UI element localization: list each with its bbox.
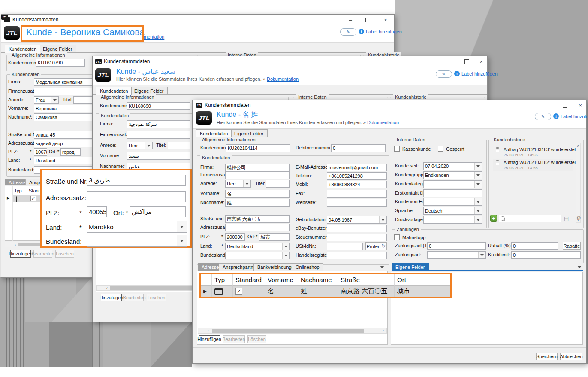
titlebar[interactable]: JTL Kundenstammdaten – ×	[93, 56, 487, 67]
erstkontakt-input[interactable]	[423, 189, 482, 197]
dropdown-arrow-icon[interactable]	[478, 252, 485, 258]
firma-input[interactable]: Модельная компания	[34, 78, 100, 86]
close-button[interactable]: ×	[380, 16, 392, 24]
table-cell-strasse[interactable]: 南京路 六百〇五	[338, 286, 395, 297]
dropdown-arrow-icon[interactable]	[474, 163, 482, 170]
table-cell-vorname[interactable]: 名	[265, 286, 298, 297]
tab-kundendaten[interactable]: Kundendaten	[96, 87, 132, 95]
tab-eigene-felder[interactable]: Eigene Felder	[230, 129, 268, 137]
table-cell-ort[interactable]: 城市	[395, 286, 450, 297]
add-label-link[interactable]: Label hinzufügen	[366, 29, 402, 34]
table-cell-typ[interactable]	[212, 286, 233, 297]
settings-gears-icon[interactable]: ⚙	[576, 215, 581, 221]
strasse-input[interactable]: 南京路 六百〇五	[225, 215, 290, 223]
history-search-input[interactable]	[499, 215, 561, 222]
loeschen-button[interactable]: Löschen	[147, 294, 166, 301]
info-icon[interactable]: i	[553, 113, 559, 119]
nachname-input[interactable]: Самикова	[34, 113, 100, 121]
tab-onlineshop[interactable]: Onlineshop	[292, 263, 323, 271]
nachname-input[interactable]: 姓	[225, 199, 290, 207]
webseite-input[interactable]	[327, 199, 387, 207]
hinzufuegen-button[interactable]: Hinzufügen	[101, 294, 122, 301]
plz-input[interactable]: 200030	[225, 233, 245, 241]
titlebar[interactable]: JTL Kundenstammdaten – ×	[1, 15, 394, 25]
mahnstopp-checkbox[interactable]	[394, 234, 400, 240]
info-icon[interactable]: i	[359, 29, 364, 34]
debitorennummer-input[interactable]: 0	[331, 144, 386, 152]
land-input[interactable]: Russland	[34, 157, 100, 164]
gesperrt-checkbox[interactable]	[438, 146, 443, 152]
hinzufuegen-button[interactable]: Hinzufügen	[10, 250, 31, 258]
mobil-input[interactable]: +86960884324	[327, 181, 387, 188]
close-button[interactable]: ×	[574, 101, 586, 109]
kundennummer-input[interactable]: KU1610790	[36, 59, 85, 67]
firma-input[interactable]: 模特公司	[225, 164, 290, 171]
minimize-button[interactable]: –	[443, 58, 455, 65]
adresszusatz-input[interactable]	[225, 224, 290, 231]
table-cell-nachname[interactable]: 姓	[298, 286, 338, 297]
dropdown-arrow-icon[interactable]	[474, 181, 482, 188]
vertical-scrollbar[interactable]: ˄ ˅	[576, 143, 581, 223]
minimize-button[interactable]: –	[543, 101, 555, 109]
anrede-select[interactable]: Herr	[127, 142, 153, 149]
adresszusatz-input[interactable]: задний двор	[34, 140, 100, 147]
dropdown-arrow-icon[interactable]	[282, 252, 289, 259]
dropdown-arrow-icon[interactable]	[474, 172, 482, 179]
kundengruppe-select[interactable]: Endkunden	[423, 171, 482, 179]
anrede-select[interactable]: Frau	[34, 96, 59, 104]
firmenzusatz-input[interactable]	[225, 171, 290, 179]
bearbeiten-button[interactable]: Bearbeiten	[125, 294, 144, 301]
geburtsdatum-select[interactable]: 04.05.1967	[327, 216, 387, 224]
kunde-von-firma-select[interactable]	[423, 198, 482, 206]
maximize-button[interactable]	[461, 58, 473, 65]
tab-eigene-felder[interactable]: Eigene Felder	[130, 87, 168, 94]
dropdown-arrow-icon[interactable]	[51, 97, 58, 103]
speichern-button[interactable]: Speichern	[536, 353, 558, 360]
tab-overflow-arrow-icon[interactable]	[380, 266, 384, 271]
pruefen-button[interactable]: Prüfen ↻	[365, 242, 387, 250]
maximize-button[interactable]	[362, 16, 374, 24]
kundenkategorie-select[interactable]	[423, 180, 482, 188]
telefon-input[interactable]: +861085241298	[327, 172, 387, 180]
add-label-link[interactable]: Label hinzufügen	[461, 71, 498, 76]
horizontal-scrollbar[interactable]: ‹ ›	[198, 328, 387, 334]
email-input[interactable]: mustermail@gmail.com	[327, 164, 387, 171]
kunde-seit-select[interactable]: 07.04.2020	[423, 162, 482, 170]
hinzufuegen-button[interactable]: Hinzufügen	[199, 335, 220, 343]
document-list-icon[interactable]: ▤	[564, 216, 569, 222]
ebay-input[interactable]	[327, 225, 387, 232]
bearbeiten-button[interactable]: Bearbeiten	[33, 250, 52, 258]
dropdown-arrow-icon[interactable]	[379, 216, 386, 223]
dropdown-arrow-icon[interactable]	[474, 207, 482, 214]
vorname-input[interactable]: سعيد	[127, 152, 190, 160]
dropdown-arrow-icon[interactable]	[177, 221, 187, 232]
dropdown-arrow-icon[interactable]	[145, 142, 152, 149]
plz-input[interactable]: 106780	[34, 148, 47, 156]
firmenzusatz-input[interactable]	[127, 131, 190, 139]
maximize-button[interactable]	[559, 101, 571, 109]
tab-eigene-felder-panel[interactable]: Eigene Felder	[392, 263, 429, 271]
history-entry[interactable]: Auftrag 'AU202103183' wurde erstellt. 25…	[493, 146, 573, 158]
bundesland-select[interactable]	[225, 252, 290, 259]
dokumentation-link[interactable]: Dokumentation	[267, 76, 299, 82]
ort-input[interactable]: 城市	[259, 233, 290, 241]
dropdown-arrow-icon[interactable]	[474, 216, 482, 223]
dokumentation-link[interactable]: Dokumentation	[367, 120, 399, 125]
anrede-select[interactable]: Herr	[225, 180, 251, 188]
scroll-left-icon[interactable]: ‹	[205, 328, 211, 333]
tab-kundendaten[interactable]: Kundendaten	[5, 45, 40, 53]
sprache-select[interactable]: Deutsch	[423, 207, 482, 215]
adresszusatz-input[interactable]	[87, 191, 186, 202]
firmenzusatz-input[interactable]	[34, 88, 100, 95]
scroll-left-icon[interactable]: ‹	[12, 242, 18, 247]
standard-checkbox[interactable]: ✓	[235, 288, 242, 295]
tab-overflow-arrow-icon[interactable]	[577, 266, 582, 271]
edit-label-button[interactable]: ✎	[535, 113, 551, 120]
info-icon[interactable]: i	[454, 71, 460, 76]
titel-input[interactable]	[168, 142, 190, 149]
firma-input[interactable]: شركة نموذجية	[127, 120, 190, 128]
standard-checkbox[interactable]: ✓	[30, 196, 36, 201]
rabatt-input[interactable]: 0	[511, 242, 558, 250]
kundennummer-input[interactable]: KU202104114	[226, 144, 290, 152]
plz-input[interactable]: 40055	[87, 206, 107, 217]
